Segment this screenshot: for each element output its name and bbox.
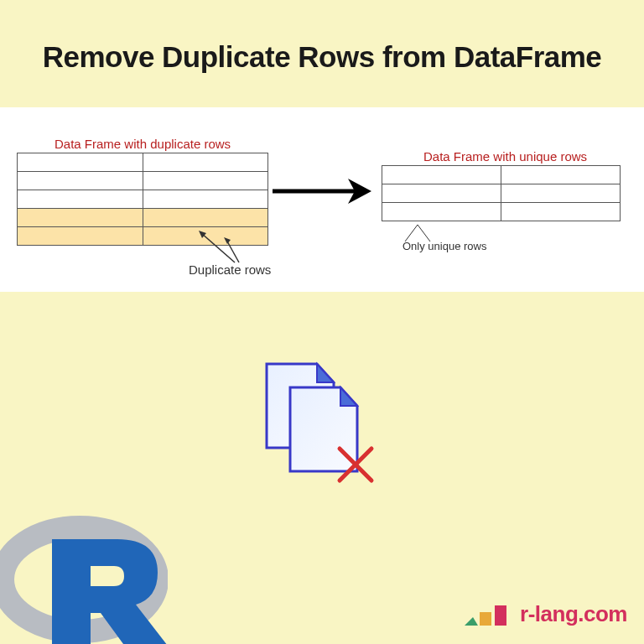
table-row <box>382 166 621 184</box>
r-language-logo <box>0 514 168 644</box>
duplicate-files-delete-icon <box>260 361 386 495</box>
svg-rect-13 <box>495 605 506 626</box>
unique-rows-annotation: Only unique rows <box>402 240 486 252</box>
right-table-group: Data Frame with unique rows <box>382 149 621 221</box>
table-row-duplicate <box>18 209 268 227</box>
table-row <box>382 184 621 203</box>
left-table <box>17 153 268 246</box>
right-table-caption: Data Frame with unique rows <box>423 149 621 164</box>
arrow-right-icon <box>273 170 373 212</box>
table-row <box>18 153 268 172</box>
table-row <box>18 172 268 190</box>
right-table <box>382 165 621 221</box>
svg-line-7 <box>418 225 430 242</box>
table-row <box>18 190 268 209</box>
table-row-duplicate <box>18 227 268 246</box>
duplicate-rows-annotation: Duplicate rows <box>189 262 271 277</box>
svg-marker-11 <box>465 617 478 626</box>
diagram-panel: Data Frame with duplicate rows Data Fram… <box>0 107 644 292</box>
svg-rect-12 <box>480 612 491 626</box>
brand-bars-icon <box>463 600 513 627</box>
left-table-caption: Data Frame with duplicate rows <box>55 137 268 151</box>
page-title: Remove Duplicate Rows from DataFrame <box>0 0 644 99</box>
site-brand-text: r-lang.com <box>520 601 627 627</box>
table-row <box>382 203 621 221</box>
site-brand: r-lang.com <box>463 600 627 627</box>
left-table-group: Data Frame with duplicate rows <box>17 137 268 246</box>
svg-line-6 <box>405 225 418 242</box>
